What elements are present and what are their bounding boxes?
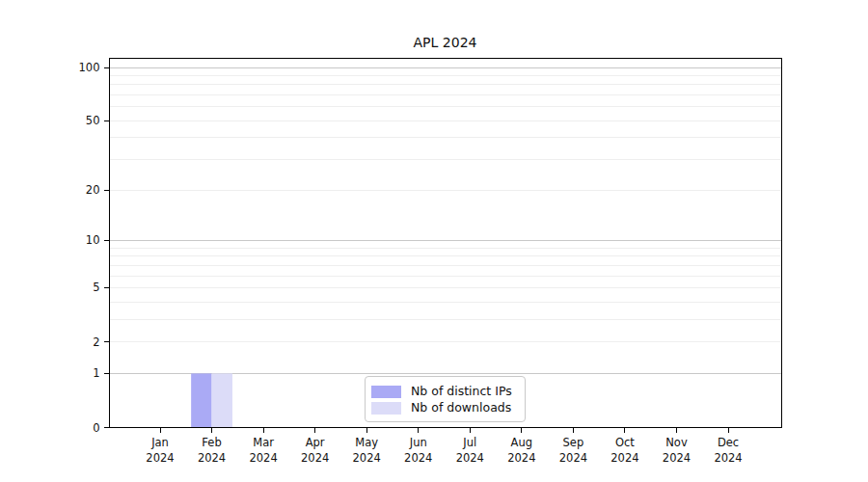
bar-feb-0 xyxy=(191,373,211,427)
x-tick-label-year: 2024 xyxy=(610,451,638,465)
legend-swatch-downloads xyxy=(371,402,401,415)
y-tick-label: 1 xyxy=(93,366,99,380)
y-tick-label: 2 xyxy=(93,335,99,349)
x-tick-label-year: 2024 xyxy=(353,451,381,465)
x-tick-label-month: Dec xyxy=(718,436,739,449)
x-tick-label-year: 2024 xyxy=(507,451,535,465)
bar-feb-1 xyxy=(212,373,232,427)
x-tick-label-year: 2024 xyxy=(663,451,691,465)
x-tick-label-month: Oct xyxy=(615,436,635,449)
y-tick-label: 0 xyxy=(93,421,99,435)
x-tick-label-year: 2024 xyxy=(198,451,226,465)
x-tick-label-month: Mar xyxy=(253,436,274,449)
chart-figure: APL 2024 0125102050100Jan2024Feb2024Mar2… xyxy=(0,0,868,482)
x-tick-label-year: 2024 xyxy=(249,451,277,465)
legend-item-distinct-ips: Nb of distinct IPs xyxy=(371,384,519,399)
x-tick-label-month: Jul xyxy=(462,436,476,449)
legend-label-downloads: Nb of downloads xyxy=(411,400,511,415)
plot-border xyxy=(110,59,782,428)
y-tick-label: 20 xyxy=(86,183,100,197)
x-tick-label-month: Jan xyxy=(150,436,169,449)
y-tick-label: 50 xyxy=(86,114,100,127)
x-tick-label-year: 2024 xyxy=(456,451,484,465)
x-tick-label-month: Aug xyxy=(511,436,532,449)
x-tick-label-year: 2024 xyxy=(404,451,432,465)
y-tick-label: 10 xyxy=(86,233,100,247)
legend: Nb of distinct IPs Nb of downloads xyxy=(365,376,526,422)
x-tick-label-year: 2024 xyxy=(146,451,174,465)
x-tick-label-month: Jun xyxy=(409,436,427,449)
x-tick-label-month: Nov xyxy=(665,436,688,449)
y-tick-label: 5 xyxy=(93,281,99,294)
x-tick-label-month: Apr xyxy=(306,436,325,449)
x-tick-label-year: 2024 xyxy=(301,451,329,465)
legend-swatch-distinct-ips xyxy=(371,386,401,398)
x-tick-label-month: Feb xyxy=(202,436,221,449)
y-tick-label: 100 xyxy=(79,61,100,74)
x-tick-label-year: 2024 xyxy=(559,451,587,465)
x-tick-label-month: Sep xyxy=(563,436,584,449)
x-tick-label-month: May xyxy=(355,436,378,449)
legend-label-distinct-ips: Nb of distinct IPs xyxy=(411,384,512,399)
legend-item-downloads: Nb of downloads xyxy=(371,400,519,415)
x-tick-label-year: 2024 xyxy=(714,451,742,465)
